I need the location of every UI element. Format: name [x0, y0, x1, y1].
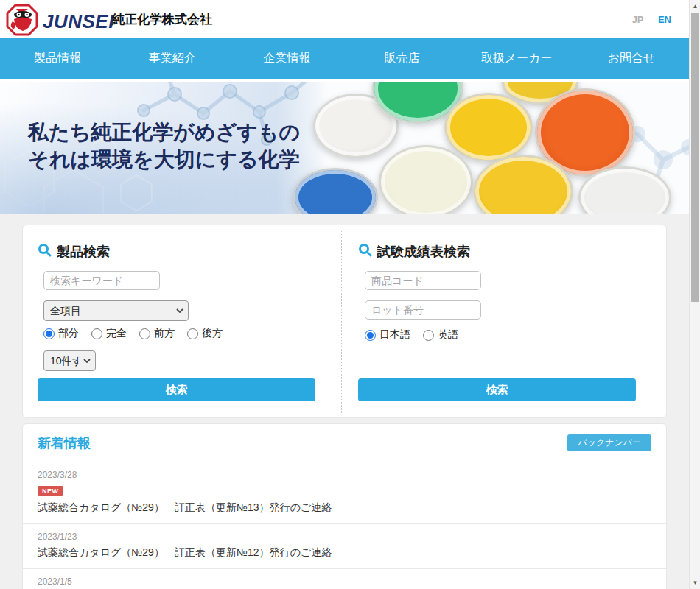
radio-match-suffix[interactable]: 後方 [187, 327, 223, 340]
certificate-search-button[interactable]: 検索 [358, 378, 636, 401]
product-search-title: 製品検索 [57, 243, 110, 261]
per-page-select[interactable]: 10件ずつ [43, 350, 96, 371]
news-link-text[interactable]: 試薬総合カタログ（№29） 訂正表（更新№13）発行のご連絡 [38, 500, 651, 515]
scrollbar-down-arrow-icon[interactable]: ▼ [690, 577, 700, 588]
certificate-search-title-row: 試験成績表検索 [358, 243, 470, 261]
radio-match-prefix[interactable]: 前方 [139, 327, 175, 340]
news-date: 2023/1/23 [38, 532, 651, 542]
product-code-input[interactable] [365, 271, 481, 290]
nav-item-dealers[interactable]: 販売店 [344, 38, 459, 79]
radio-match-prefix-input[interactable] [139, 328, 150, 339]
category-select[interactable]: 全項目 [43, 300, 189, 321]
nav-item-products[interactable]: 製品情報 [0, 38, 115, 79]
new-badge: NEW [38, 486, 63, 496]
news-item[interactable]: 2023/1/23 試薬総合カタログ（№29） 訂正表（更新№12）発行のご連絡 [23, 524, 666, 569]
news-header: 新着情報 バックナンバー [23, 424, 666, 462]
keyword-input[interactable] [43, 271, 160, 290]
certificate-language-radios: 日本語 英語 [365, 328, 458, 342]
nav-item-business[interactable]: 事業紹介 [115, 38, 230, 79]
scrollbar-thumb[interactable] [691, 13, 699, 302]
news-card: 新着情報 バックナンバー 2023/3/28 NEW 試薬総合カタログ（№29）… [22, 423, 667, 589]
per-page-select-wrap: 10件ずつ [43, 350, 96, 371]
main-content: 製品検索 全項目 部分 完全 [0, 214, 689, 589]
mascot-octagon-icon [6, 4, 38, 39]
news-item[interactable]: 2023/1/5 [23, 569, 666, 589]
product-search-button[interactable]: 検索 [38, 378, 315, 401]
nav-item-contact[interactable]: お問合せ [574, 38, 689, 79]
radio-lang-english-input[interactable] [423, 330, 434, 341]
petri-dish-cream [379, 145, 473, 214]
match-type-radios: 部分 完全 前方 後方 [43, 327, 223, 340]
news-date: 2023/3/28 [38, 470, 651, 480]
hero-line1: 私たち純正化学がめざすもの [28, 119, 300, 146]
radio-match-exact-input[interactable] [91, 328, 102, 339]
petri-dish-yellow-mid [444, 93, 533, 162]
search-card: 製品検索 全項目 部分 完全 [22, 225, 667, 418]
radio-lang-japanese[interactable]: 日本語 [365, 328, 410, 342]
radio-match-suffix-input[interactable] [187, 328, 198, 339]
nav-item-corporate[interactable]: 企業情報 [230, 38, 345, 79]
news-item[interactable]: 2023/3/28 NEW 試薬総合カタログ（№29） 訂正表（更新№13）発行… [23, 462, 666, 524]
language-switcher: JP EN [620, 14, 671, 25]
news-date: 2023/1/5 [38, 576, 651, 587]
lot-number-input[interactable] [365, 300, 481, 320]
radio-match-partial[interactable]: 部分 [43, 327, 79, 340]
header: JUNSEI 純正化学株式会社 JP EN [0, 0, 689, 38]
radio-match-partial-input[interactable] [43, 328, 55, 339]
hero-catchcopy: 私たち純正化学がめざすもの それは環境を大切にする化学 [28, 119, 300, 173]
main-nav: 製品情報 事業紹介 企業情報 販売店 取扱メーカー お問合せ [0, 38, 689, 79]
lang-en-link[interactable]: EN [658, 14, 671, 25]
company-name: 純正化学株式会社 [112, 11, 212, 28]
search-icon [358, 243, 372, 261]
hero-line2: それは環境を大切にする化学 [28, 146, 300, 173]
hero-banner: 私たち純正化学がめざすもの それは環境を大切にする化学 [0, 82, 689, 214]
scrollbar[interactable]: ▲ ▼ [689, 0, 700, 589]
scrollbar-up-arrow-icon[interactable]: ▲ [690, 1, 700, 12]
radio-match-exact[interactable]: 完全 [91, 327, 127, 340]
category-select-wrap: 全項目 [43, 300, 189, 321]
backnumber-button[interactable]: バックナンバー [567, 434, 651, 451]
page: JUNSEI 純正化学株式会社 JP EN 製品情報 事業紹介 企業情報 販売店… [0, 0, 689, 589]
brand-wordmark: JUNSEI [43, 10, 114, 33]
nav-item-makers[interactable]: 取扱メーカー [459, 38, 574, 79]
petri-dish-blue [293, 168, 378, 214]
certificate-search-title: 試験成績表検索 [377, 243, 470, 261]
product-search-title-row: 製品検索 [38, 243, 110, 261]
lang-jp-link[interactable]: JP [632, 14, 644, 25]
panel-divider [341, 230, 342, 413]
news-link-text[interactable]: 試薬総合カタログ（№29） 訂正表（更新№12）発行のご連絡 [38, 545, 651, 560]
search-icon [38, 243, 52, 261]
logo[interactable]: JUNSEI [6, 4, 114, 39]
radio-lang-japanese-input[interactable] [365, 330, 376, 341]
radio-lang-english[interactable]: 英語 [423, 328, 458, 342]
news-title: 新着情報 [38, 434, 91, 452]
